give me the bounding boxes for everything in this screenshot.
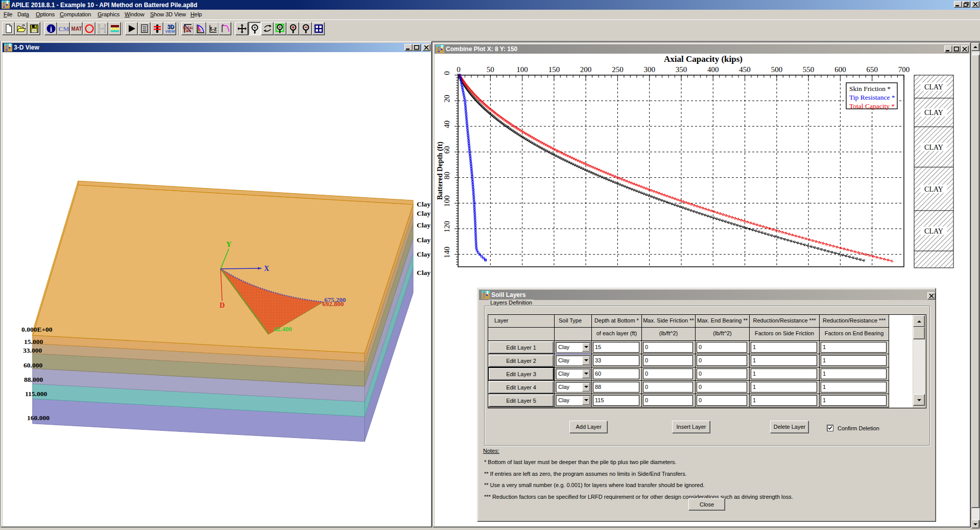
svg-text:X: X [264, 265, 269, 272]
svg-text:t-z: t-z [210, 26, 217, 32]
svg-text:CM: CM [59, 25, 69, 33]
svg-text:i: i [50, 26, 52, 33]
svg-text:550: 550 [803, 65, 815, 74]
svg-text:CLAY: CLAY [924, 227, 943, 235]
svg-text:15.000: 15.000 [24, 338, 43, 345]
svg-text:60.000: 60.000 [23, 361, 42, 369]
svg-text:CLAY: CLAY [924, 83, 943, 91]
svg-text:33.000: 33.000 [23, 347, 42, 354]
svg-text:VIEW: VIEW [165, 29, 175, 34]
svg-text:CAP.: CAP. [184, 29, 192, 33]
svg-text:60: 60 [443, 146, 451, 154]
svg-text:20: 20 [443, 95, 451, 103]
svg-text:600: 600 [834, 65, 846, 74]
svg-text:200: 200 [580, 65, 592, 74]
svg-text:Total Capacity *: Total Capacity * [849, 102, 895, 110]
svg-text:Clay: Clay [417, 221, 431, 229]
svg-text:100: 100 [516, 65, 528, 74]
svg-text:Skin Friction *: Skin Friction * [849, 85, 891, 93]
svg-text:650: 650 [866, 65, 878, 74]
svg-text:150: 150 [548, 65, 560, 74]
svg-text:700: 700 [898, 65, 910, 74]
svg-text:42.400: 42.400 [274, 325, 292, 333]
svg-text:0.000E+00: 0.000E+00 [21, 326, 53, 333]
svg-text:0: 0 [443, 71, 451, 75]
svg-text:300: 300 [643, 65, 655, 74]
svg-text:Axial Capacity (kips): Axial Capacity (kips) [664, 54, 743, 64]
svg-text:Clay: Clay [417, 236, 431, 244]
svg-text:Battered Depth (ft): Battered Depth (ft) [436, 142, 444, 200]
svg-text:100: 100 [443, 195, 451, 207]
svg-text:CLAY: CLAY [924, 144, 943, 151]
svg-text:692.800: 692.800 [322, 300, 344, 308]
svg-text:Clay: Clay [417, 250, 431, 258]
svg-text:Clay: Clay [417, 269, 431, 276]
svg-text:CLAY: CLAY [924, 109, 943, 117]
svg-text:Y: Y [226, 241, 231, 248]
svg-text:D: D [220, 302, 225, 309]
svg-text:140: 140 [443, 246, 451, 258]
svg-text:50: 50 [487, 65, 494, 74]
svg-text:160.000: 160.000 [27, 414, 50, 422]
svg-text:Clay: Clay [417, 200, 431, 208]
svg-text:400: 400 [707, 65, 719, 74]
svg-text:40: 40 [443, 121, 451, 128]
svg-text:CLAY: CLAY [924, 186, 943, 193]
svg-text:Clay: Clay [417, 210, 431, 217]
svg-text:115.000: 115.000 [25, 390, 47, 398]
svg-text:88.000: 88.000 [24, 376, 43, 383]
svg-text:350: 350 [676, 65, 687, 74]
svg-text:MAT: MAT [71, 26, 82, 32]
svg-text:Tip Resistance *: Tip Resistance * [849, 94, 895, 101]
svg-text:0: 0 [457, 65, 461, 74]
svg-text:80: 80 [443, 172, 451, 179]
svg-text:450: 450 [739, 65, 751, 74]
svg-text:500: 500 [771, 65, 783, 74]
svg-text:250: 250 [612, 65, 624, 74]
svg-text:120: 120 [443, 221, 451, 233]
